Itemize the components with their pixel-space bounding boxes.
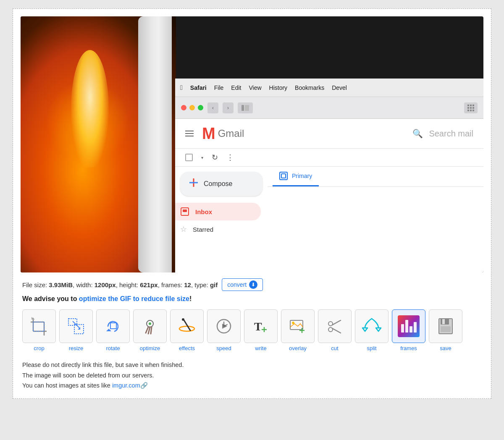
- tool-effects[interactable]: effects: [170, 309, 204, 351]
- footer-line3-prefix: You can host images at sites like: [22, 382, 112, 389]
- primary-tab-icon: [279, 172, 288, 180]
- svg-rect-5: [467, 107, 469, 109]
- width-label: , width:: [73, 281, 94, 288]
- svg-line-49: [332, 320, 341, 325]
- rotate-icon-box: [96, 309, 130, 343]
- svg-line-50: [332, 328, 341, 333]
- svg-rect-7: [472, 107, 474, 109]
- tool-resize[interactable]: resize: [59, 309, 93, 351]
- svg-text:T: T: [254, 320, 262, 333]
- svg-rect-10: [472, 110, 474, 111]
- height-label: , height:: [116, 281, 140, 288]
- file-size-prefix: File size:: [22, 281, 49, 288]
- menu-bookmarks[interactable]: Bookmarks: [295, 84, 324, 91]
- svg-point-29: [149, 322, 151, 325]
- convert-button[interactable]: convert ⬇: [222, 278, 263, 291]
- mac-menu-bar:  Safari File Edit View History Bookmark…: [175, 79, 483, 97]
- gmail-toolbar: ▾ ↻ ⋮: [175, 149, 483, 167]
- svg-rect-0: [242, 105, 244, 111]
- compose-plus-icon: [189, 178, 199, 190]
- more-options-icon[interactable]: ⋮: [226, 153, 234, 162]
- hamburger-menu[interactable]: [185, 131, 194, 136]
- svg-rect-14: [183, 210, 187, 212]
- back-button[interactable]: ‹: [207, 102, 218, 113]
- tool-write[interactable]: T write: [244, 309, 278, 351]
- browser-chrome: ‹ ›: [175, 97, 483, 119]
- refresh-icon[interactable]: ↻: [212, 153, 218, 162]
- optimize-icon-box: [133, 309, 167, 343]
- outer-container:  Safari File Edit View History Bookmark…: [13, 8, 491, 399]
- minimize-button[interactable]: [189, 105, 195, 110]
- rotate-label: rotate: [106, 345, 120, 351]
- frames-bar-4: [414, 322, 417, 333]
- tools-row: crop resize: [22, 309, 482, 351]
- footer-line-1: Please do not directly link this file, b…: [22, 360, 482, 370]
- close-button[interactable]: [181, 105, 186, 110]
- speed-icon-box: [207, 309, 241, 343]
- select-all-checkbox[interactable]: [185, 154, 193, 161]
- tool-cut[interactable]: cut: [318, 309, 352, 351]
- tool-crop[interactable]: crop: [22, 309, 56, 351]
- menu-file[interactable]: File: [214, 84, 224, 91]
- convert-download-icon: ⬇: [249, 280, 257, 289]
- write-icon-box: T: [244, 309, 278, 343]
- tool-split[interactable]: split: [355, 309, 388, 351]
- advise-line: We advise you to optimize the GIF to red…: [22, 295, 482, 303]
- split-icon-box: [355, 309, 388, 343]
- sidebar-toggle-button[interactable]: [238, 102, 253, 113]
- info-section: File size: 3.93MiB, width: 1200px, heigh…: [21, 272, 483, 391]
- overlay-label: overlay: [289, 345, 307, 351]
- tool-speed[interactable]: speed: [207, 309, 241, 351]
- gmail-header: M Gmail 🔍 Search mail: [175, 119, 483, 149]
- menu-history[interactable]: History: [269, 84, 288, 91]
- svg-rect-6: [470, 107, 472, 109]
- forward-button[interactable]: ›: [223, 102, 234, 113]
- inbox-item[interactable]: Inbox: [175, 203, 261, 220]
- search-icon: 🔍: [412, 128, 423, 139]
- frames-label: , frames:: [158, 281, 184, 288]
- menu-devel[interactable]: Devel: [332, 84, 347, 91]
- speed-label: speed: [216, 345, 231, 351]
- frames-bar-3: [410, 326, 412, 333]
- svg-rect-2: [467, 105, 469, 106]
- frames-bar-1: [401, 324, 404, 333]
- menu-safari[interactable]: Safari: [190, 84, 207, 91]
- tab-primary[interactable]: Primary: [273, 167, 319, 186]
- svg-rect-53: [441, 326, 451, 332]
- primary-tab-label: Primary: [292, 173, 312, 179]
- crop-label: crop: [34, 345, 44, 351]
- width-value: 1200px: [94, 281, 116, 288]
- effects-icon-box: [170, 309, 204, 343]
- footer-note: Please do not directly link this file, b…: [22, 360, 482, 391]
- compose-button[interactable]: Compose: [180, 172, 262, 196]
- menu-view[interactable]: View: [249, 84, 261, 91]
- frames-bars: [401, 320, 417, 333]
- grid-button[interactable]: [464, 102, 478, 113]
- maximize-button[interactable]: [198, 105, 203, 110]
- frames-label: frames: [400, 345, 417, 351]
- gmail-logo: M Gmail: [202, 126, 244, 141]
- type-value: gif: [210, 281, 218, 288]
- svg-rect-8: [467, 110, 469, 111]
- height-value: 621px: [140, 281, 158, 288]
- file-info-text: File size: 3.93MiB, width: 1200px, heigh…: [22, 281, 218, 288]
- svg-rect-15: [281, 174, 286, 178]
- cut-icon-box: [318, 309, 352, 343]
- device-bezel: [138, 16, 172, 272]
- tool-rotate[interactable]: rotate: [96, 309, 130, 351]
- inbox-label: Inbox: [195, 208, 212, 215]
- save-icon-box: [429, 309, 462, 343]
- svg-point-33: [179, 326, 194, 331]
- svg-rect-27: [110, 323, 116, 329]
- frames-bg: [398, 315, 420, 337]
- tool-optimize[interactable]: optimize: [133, 309, 167, 351]
- tool-overlay[interactable]: overlay: [281, 309, 315, 351]
- tool-save[interactable]: save: [429, 309, 462, 351]
- imgur-link[interactable]: imgur.com: [112, 382, 140, 389]
- select-dropdown-icon[interactable]: ▾: [201, 155, 203, 160]
- resize-icon-box: [59, 309, 93, 343]
- file-size-value: 3.93MiB: [49, 281, 73, 288]
- tool-frames[interactable]: frames: [392, 309, 425, 351]
- menu-edit[interactable]: Edit: [231, 84, 241, 91]
- starred-item[interactable]: ☆ Starred: [175, 220, 268, 238]
